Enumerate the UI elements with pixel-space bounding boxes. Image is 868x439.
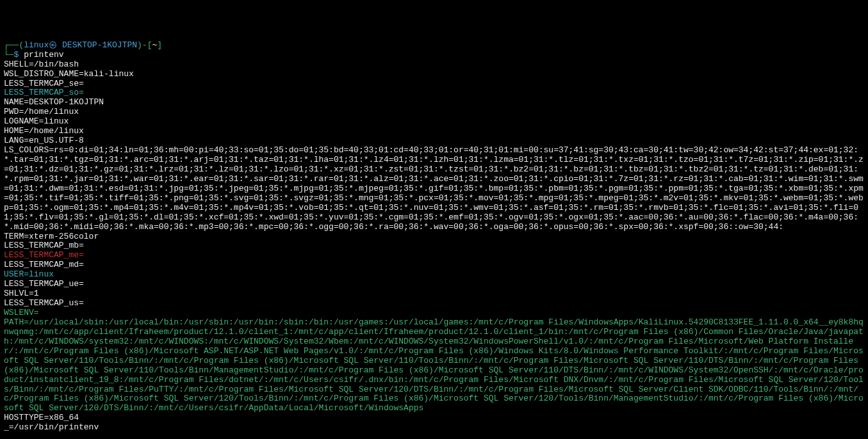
env-lscolors: LS_COLORS=rs=0:di=01;34:ln=01;36:mh=00:p… [4, 145, 864, 232]
env-wslenv: WSLENV= [4, 308, 39, 317]
env-term: TERM=xterm-256color [4, 232, 99, 241]
env-name: NAME=DESKTOP-1KOJTPN [4, 97, 104, 107]
env-less-me: LESS_TERMCAP_me= [4, 250, 84, 260]
env-less-so: LESS_TERMCAP_so= [4, 88, 84, 97]
prompt-bracket-open: ┌──( [4, 40, 24, 50]
env-shlvl: SHLVL=1 [4, 289, 39, 298]
env-underscore: _=/usr/bin/printenv [4, 422, 99, 432]
terminal-output[interactable]: ┌──(linux㉿ DESKTOP-1KOJTPN)-[~] └─$ prin… [4, 41, 864, 433]
prompt-bracket-mid: )-[ [137, 40, 152, 50]
prompt-line-2: └─$ printenv [4, 50, 64, 60]
env-less-us: LESS_TERMCAP_us= [4, 298, 84, 308]
env-pwd: PWD=/home/linux [4, 107, 79, 116]
env-path: PATH=/usr/local/sbin:/usr/local/bin:/usr… [4, 317, 864, 413]
env-shell: SHELL=/bin/bash [4, 60, 79, 69]
env-less-md: LESS_TERMCAP_md= [4, 260, 84, 269]
env-less-se: LESS_TERMCAP_se= [4, 79, 84, 88]
env-lang: LANG=en_US.UTF-8 [4, 136, 84, 145]
prompt-user-host: linux㉿ DESKTOP-1KOJTPN [24, 40, 137, 50]
env-home: HOME=/home/linux [4, 126, 84, 136]
env-logname: LOGNAME=linux [4, 116, 69, 126]
command-text: printenv [24, 50, 63, 60]
prompt-prefix: └─ [4, 50, 14, 60]
prompt-line-1: ┌──(linux㉿ DESKTOP-1KOJTPN)-[~] [4, 40, 162, 50]
env-wsl-distro: WSL_DISTRO_NAME=kali-linux [4, 69, 134, 79]
env-hosttype: HOSTTYPE=x86_64 [4, 413, 79, 422]
prompt-dollar: $ [14, 50, 24, 60]
prompt-bracket-close: ] [157, 40, 162, 50]
env-user: USER=linux [4, 269, 54, 279]
env-less-ue: LESS_TERMCAP_ue= [4, 279, 84, 289]
env-less-mb: LESS_TERMCAP_mb= [4, 241, 84, 250]
